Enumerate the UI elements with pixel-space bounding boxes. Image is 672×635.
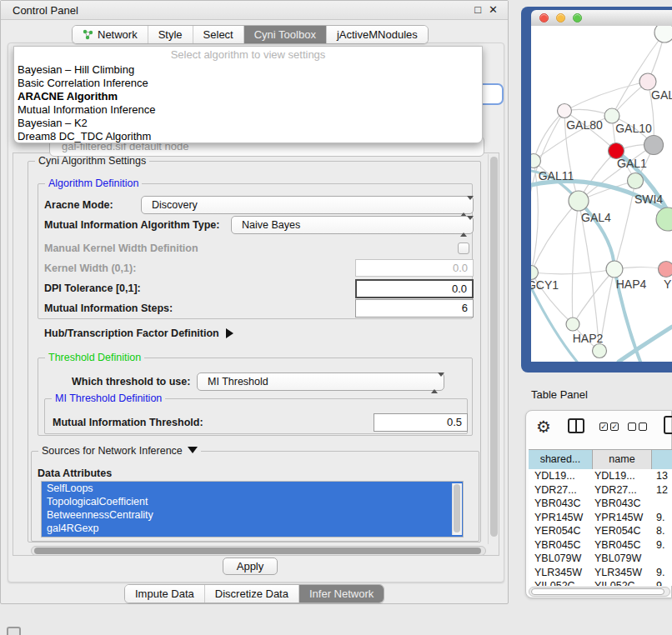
table-cell[interactable]: YPR145W (593, 511, 652, 525)
table-row[interactable]: YBR045CYBR045C9. (529, 538, 672, 552)
network-node[interactable] (531, 154, 541, 168)
table-cell[interactable]: YIL052C (529, 579, 593, 586)
page-icon[interactable] (664, 416, 672, 434)
which-threshold-combo[interactable]: MI Threshold (197, 372, 444, 391)
algorithm-option[interactable]: Dream8 DC_TDC Algorithm (18, 130, 479, 143)
network-node[interactable] (639, 73, 656, 90)
table-row[interactable]: YER054CYER054C8. (529, 524, 672, 538)
table-cell[interactable]: 9. (652, 538, 672, 552)
minimize-traffic-light-icon[interactable] (556, 13, 565, 22)
algorithm-option[interactable]: Bayesian – K2 (18, 117, 479, 130)
table-body[interactable]: YDL19...YDL19...13YDR27...YDR27...12YBR0… (529, 469, 672, 586)
tab-impute-data[interactable]: Impute Data (125, 585, 204, 602)
table-cell[interactable]: YBL079W (593, 552, 652, 566)
mi-steps-field[interactable]: 6 (355, 299, 474, 318)
table-cell[interactable]: 8. (652, 524, 672, 538)
column-header-name[interactable]: name (593, 450, 652, 470)
table-row[interactable]: YLR345WYLR345W9. (529, 566, 672, 580)
network-canvas[interactable]: GAL7GAL80GAL10GAL1GAL11SWI4GAL4GCY1HAP4Y… (531, 26, 672, 362)
tab-infer-network[interactable]: Infer Network (298, 585, 384, 602)
network-edge[interactable] (564, 82, 648, 111)
apply-button[interactable]: Apply (223, 558, 278, 575)
attribute-list-item[interactable]: BetweennessCentrality (42, 508, 463, 522)
tab-discretize-data[interactable]: Discretize Data (204, 585, 298, 602)
column-header-clipped[interactable] (652, 450, 672, 470)
algorithm-option[interactable]: Mutual Information Inference (18, 103, 479, 117)
network-node[interactable] (606, 261, 623, 278)
tab-jactivemnodules[interactable]: jActiveMNodules (326, 26, 428, 43)
table-cell[interactable]: 12 (652, 483, 672, 498)
data-attributes-list[interactable]: SelfLoopsTopologicalCoefficientBetweenne… (41, 481, 464, 538)
table-cell[interactable]: YDR27... (529, 483, 593, 498)
tab-select[interactable]: Select (193, 26, 243, 43)
mi-type-combo[interactable]: Naive Bayes (231, 216, 474, 234)
table-cell[interactable]: YBR045C (529, 538, 593, 552)
table-cell[interactable]: 9. (652, 511, 672, 525)
table-cell[interactable]: YDL19... (593, 469, 652, 483)
manual-kernel-checkbox[interactable] (458, 242, 469, 254)
network-node[interactable] (531, 266, 539, 280)
table-cell[interactable]: YBR043C (529, 497, 593, 511)
hub-definition-expander[interactable]: Hub/Transcription Factor Definition (44, 327, 233, 340)
float-window-icon[interactable]: □ (474, 3, 481, 16)
network-edge[interactable] (612, 32, 664, 116)
algorithm-option[interactable]: Basic Correlation Inference (18, 77, 479, 90)
tab-network[interactable]: Network (73, 26, 148, 43)
table-cell[interactable]: 13 (652, 469, 672, 483)
sources-expander[interactable]: Sources for Network Inference (38, 445, 201, 458)
dpi-tolerance-field[interactable]: 0.0 (355, 279, 474, 298)
table-cell[interactable] (652, 497, 672, 511)
network-node[interactable] (628, 173, 644, 189)
table-cell[interactable] (652, 552, 672, 566)
table-cell[interactable]: YLR345W (529, 566, 593, 580)
attribute-list-item[interactable]: SelfLoops (42, 482, 463, 495)
table-cell[interactable]: YBR043C (593, 497, 652, 511)
table-cell[interactable]: YBL079W (529, 552, 593, 566)
network-edge[interactable] (531, 111, 564, 272)
table-cell[interactable]: YDL19... (529, 469, 593, 483)
table-cell[interactable]: 9 (652, 579, 672, 586)
table-cell[interactable]: YER054C (593, 524, 652, 538)
settings-vertical-scrollbar[interactable] (488, 154, 499, 544)
network-node[interactable] (566, 318, 579, 331)
columns-icon[interactable] (568, 418, 584, 433)
table-row[interactable]: YBL079WYBL079W (529, 552, 672, 566)
tab-style[interactable]: Style (148, 26, 193, 43)
attribute-list-item[interactable]: TopologicalCoefficient (42, 495, 463, 508)
table-cell[interactable]: YLR345W (593, 566, 652, 580)
list-scrollbar[interactable] (452, 483, 462, 535)
table-row[interactable]: YBR043CYBR043C (529, 497, 672, 511)
collapsed-panel-chip[interactable] (7, 627, 21, 635)
network-node[interactable] (558, 104, 572, 118)
column-header-shared-name[interactable]: shared... (529, 450, 593, 470)
close-window-icon[interactable]: ✕ (489, 3, 498, 16)
table-row[interactable]: YIL052CYIL052C9 (529, 579, 672, 586)
close-traffic-light-icon[interactable] (539, 13, 549, 22)
network-node[interactable] (569, 191, 589, 211)
network-edge[interactable] (572, 201, 579, 324)
network-edge-selected[interactable] (619, 327, 672, 362)
deselect-all-checkbox-icon[interactable] (628, 422, 636, 431)
algorithm-option[interactable]: Bayesian – Hill Climbing (18, 63, 479, 77)
network-node[interactable] (659, 262, 672, 278)
gear-icon[interactable]: ⚙ (536, 418, 551, 436)
select-all-checkbox-icon[interactable] (599, 422, 608, 431)
mi-threshold-field[interactable]: 0.5 (374, 413, 468, 432)
settings-horizontal-scrollbar[interactable] (31, 546, 486, 556)
table-row[interactable]: YDR27...YDR27...12 (529, 483, 672, 498)
table-cell[interactable]: YER054C (529, 524, 593, 538)
table-cell[interactable]: 9. (652, 566, 672, 580)
network-node[interactable] (644, 136, 664, 155)
zoom-traffic-light-icon[interactable] (573, 13, 582, 22)
table-horizontal-scrollbar[interactable] (529, 587, 670, 597)
algorithm-option[interactable]: ARACNE Algorithm (18, 90, 479, 103)
network-node[interactable] (593, 344, 607, 358)
table-row[interactable]: YDL19...YDL19...13 (529, 469, 672, 483)
aracne-mode-combo[interactable]: Discovery (141, 196, 474, 214)
table-cell[interactable]: YPR145W (529, 511, 593, 525)
network-node[interactable] (656, 208, 672, 231)
attribute-list-item[interactable]: gal4RGexp (42, 522, 463, 535)
table-cell[interactable]: YDR27... (593, 483, 652, 498)
tab-cyni-toolbox[interactable]: Cyni Toolbox (243, 26, 326, 43)
table-cell[interactable]: YBR045C (593, 538, 652, 552)
